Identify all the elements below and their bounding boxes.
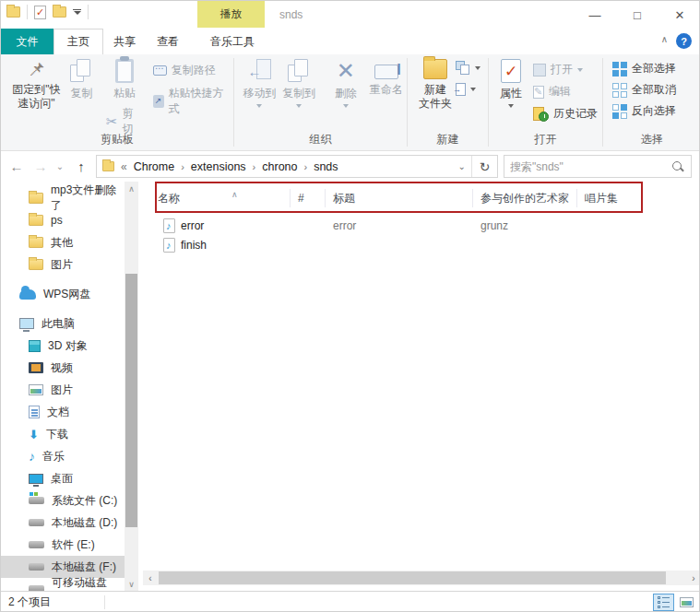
column-header-album[interactable]: 唱片集: [577, 189, 640, 207]
column-header-number[interactable]: #: [291, 189, 326, 207]
divider: [104, 595, 105, 609]
search-input[interactable]: [504, 160, 671, 173]
up-button[interactable]: ↑: [71, 151, 91, 182]
scroll-down-icon[interactable]: ∨: [125, 577, 138, 591]
system-drive-icon: [29, 497, 44, 504]
sidebar-item-music[interactable]: ♪音乐: [1, 445, 125, 467]
group-clipboard: 📌︎ 固定到"快 速访问" 复制 粘贴 ✂ 剪切: [1, 54, 233, 150]
minimize-button[interactable]: —: [574, 1, 616, 29]
copy-to-button[interactable]: 复制到: [279, 54, 319, 108]
sidebar-item-wps-cloud[interactable]: WPS网盘: [1, 283, 125, 305]
help-icon[interactable]: ?: [676, 33, 692, 49]
download-icon: ⬇: [29, 428, 39, 441]
scrollbar-thumb[interactable]: [125, 274, 137, 527]
column-header-artist[interactable]: 参与创作的艺术家: [473, 189, 577, 207]
qat-new-folder-icon[interactable]: [53, 6, 66, 18]
file-row-error[interactable]: error error grunz: [143, 217, 640, 235]
copy-path-icon: [153, 65, 167, 76]
invert-selection-button[interactable]: 反向选择: [612, 103, 700, 119]
address-bar[interactable]: « Chrome › extensions › chrono › snds ⌄ …: [96, 155, 498, 178]
details-view-button[interactable]: [653, 594, 674, 611]
maximize-button[interactable]: □: [616, 1, 658, 29]
tab-music-tools[interactable]: 音乐工具: [197, 29, 267, 54]
forward-button[interactable]: →: [30, 151, 51, 182]
sidebar-item-this-pc[interactable]: 此电脑: [1, 312, 125, 335]
dropdown-arrow-icon: [577, 68, 583, 72]
breadcrumb-item-extensions[interactable]: extensions: [191, 160, 246, 173]
sidebar-item-drive-d[interactable]: 本地磁盘 (D:): [1, 512, 125, 534]
paste-button[interactable]: 粘贴: [106, 54, 143, 100]
scroll-up-icon[interactable]: ∧: [125, 182, 138, 195]
sidebar-item-videos[interactable]: 视频: [1, 357, 125, 379]
explorer-window: 播放 snds — □ ✕ 文件 主页 共享 查看 音乐工具 ∧ ? 📌︎ 固定…: [0, 0, 700, 612]
drive-icon: [29, 541, 44, 548]
sidebar-item-3d-objects[interactable]: 3D 对象: [1, 335, 125, 357]
document-icon: [29, 406, 40, 418]
new-item-button[interactable]: [456, 61, 481, 75]
sidebar-item-folder[interactable]: 其他: [1, 231, 125, 253]
delete-button[interactable]: ✕ 删除: [326, 54, 366, 108]
sidebar-item-documents[interactable]: 文档: [1, 401, 125, 423]
breadcrumb-item-chrome[interactable]: Chrome: [134, 160, 174, 173]
group-open: 属性 打开 编辑 历史记录: [489, 54, 602, 150]
drive-icon: [29, 563, 44, 571]
column-header-title[interactable]: 标题: [326, 189, 473, 207]
copy-button[interactable]: 复制: [65, 54, 99, 137]
sidebar-item-pictures[interactable]: 图片: [1, 379, 125, 401]
easy-access-icon: [456, 83, 466, 96]
select-none-button[interactable]: 全部取消: [612, 82, 700, 98]
search-icon[interactable]: [671, 160, 684, 173]
close-button[interactable]: ✕: [658, 1, 700, 29]
move-to-button[interactable]: ← 移动到: [240, 54, 279, 108]
sidebar-scrollbar[interactable]: ∧ ∨: [125, 182, 138, 591]
refresh-icon[interactable]: ↻: [471, 156, 497, 177]
desktop-icon: [29, 474, 43, 484]
new-folder-button[interactable]: 新建 文件夹: [415, 54, 456, 111]
scroll-left-icon[interactable]: ‹: [143, 571, 158, 585]
select-none-icon: [612, 83, 627, 98]
paste-shortcut-button[interactable]: 粘贴快捷方式: [153, 86, 233, 117]
breadcrumb-item-chrono[interactable]: chrono: [262, 160, 297, 173]
sidebar-item-drive-e[interactable]: 软件 (E:): [1, 534, 125, 556]
edit-button[interactable]: 编辑: [533, 84, 598, 100]
sidebar-item-folder[interactable]: mp3文件删除了: [1, 187, 125, 209]
breadcrumb-prefix[interactable]: «: [121, 160, 127, 173]
properties-icon: [501, 59, 521, 83]
tab-view[interactable]: 查看: [144, 29, 192, 54]
sidebar-item-downloads[interactable]: ⬇下载: [1, 423, 125, 445]
breadcrumb-item-snds[interactable]: snds: [314, 160, 338, 173]
select-all-button[interactable]: 全部选择: [612, 61, 700, 76]
folder-icon: [29, 237, 43, 248]
copy-path-button[interactable]: 复制路径: [153, 63, 233, 78]
history-button[interactable]: 历史记录: [533, 106, 598, 122]
tab-file[interactable]: 文件: [1, 29, 53, 54]
qat-customize-icon[interactable]: [73, 9, 81, 16]
select-all-icon: [612, 62, 627, 76]
tab-share[interactable]: 共享: [101, 29, 148, 54]
large-icons-view-button[interactable]: [676, 594, 697, 611]
collapse-ribbon-icon[interactable]: ∧: [661, 34, 668, 44]
recent-locations-icon[interactable]: ⌄: [53, 151, 67, 182]
scrollbar-thumb[interactable]: [159, 571, 666, 584]
sidebar-item-drive-c[interactable]: 系统文件 (C:): [1, 489, 125, 512]
scroll-right-icon[interactable]: ›: [686, 571, 700, 585]
sidebar-item-drive-g[interactable]: 可移动磁盘 (G:): [1, 578, 125, 591]
tab-home[interactable]: 主页: [53, 29, 103, 54]
group-label-select: 选择: [603, 132, 700, 147]
easy-access-button[interactable]: [456, 83, 481, 96]
new-folder-icon: [423, 59, 447, 79]
horizontal-scrollbar[interactable]: ‹ ›: [143, 571, 700, 585]
dropdown-arrow-icon: [470, 88, 476, 91]
pin-to-quick-access-button[interactable]: 📌︎ 固定到"快 速访问": [8, 54, 65, 137]
column-header-name[interactable]: 名称 ∧: [143, 189, 291, 207]
sidebar-item-desktop[interactable]: 桌面: [1, 467, 125, 489]
rename-button[interactable]: 重命名: [365, 54, 407, 108]
file-row-finish[interactable]: finish: [143, 236, 640, 254]
back-button[interactable]: ←: [6, 151, 27, 182]
sidebar-item-folder[interactable]: 图片: [1, 253, 125, 276]
qat-properties-icon[interactable]: [34, 6, 46, 19]
properties-button[interactable]: 属性: [494, 54, 528, 122]
address-dropdown-icon[interactable]: ⌄: [453, 161, 471, 171]
open-button[interactable]: 打开: [533, 62, 598, 77]
new-item-icon: [456, 61, 470, 75]
